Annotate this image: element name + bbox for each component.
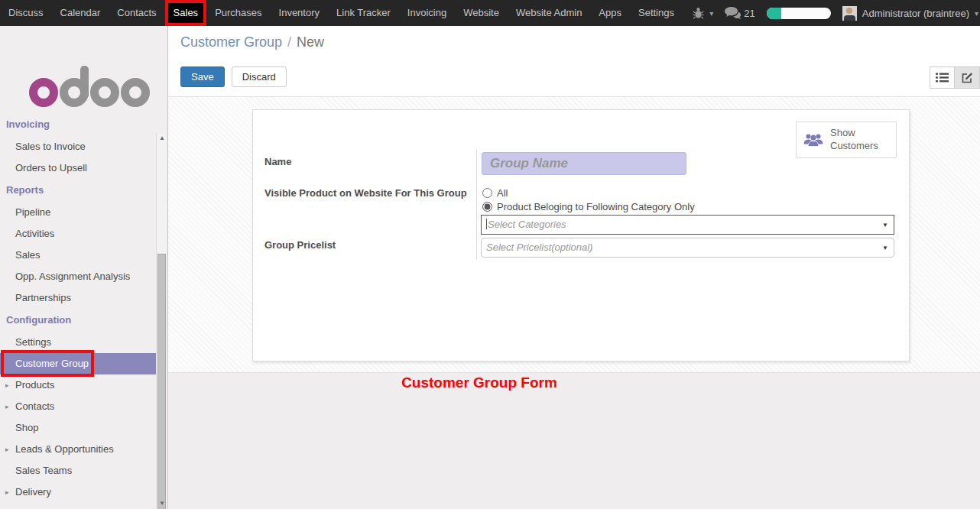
debug-dropdown-caret-icon[interactable]: ▾	[709, 9, 713, 18]
list-view-icon	[936, 73, 949, 83]
view-switcher	[930, 66, 980, 89]
sidebar-item-leads-opportunities[interactable]: ▸Leads & Opportunities	[0, 439, 157, 460]
group-people-icon	[803, 132, 824, 148]
breadcrumb: Customer Group/New	[180, 34, 324, 50]
select-pricelist-dropdown[interactable]: Select Pricelist(optional) ▼	[481, 238, 894, 258]
user-avatar[interactable]	[842, 6, 857, 21]
text-cursor	[486, 219, 487, 229]
sidebar-item-customer-group[interactable]: Customer Group	[0, 353, 157, 374]
name-field-label: Name	[264, 156, 291, 167]
sidebar-item-customer-group-label: Customer Group	[15, 358, 89, 369]
list-view-button[interactable]	[930, 66, 955, 89]
bug-icon[interactable]	[693, 7, 704, 19]
select-pricelist-placeholder: Select Pricelist(optional)	[486, 242, 592, 253]
sidebar-section-reports: Reports	[0, 179, 167, 202]
topbar-menu-website-admin[interactable]: Website Admin	[508, 0, 590, 26]
scroll-up-icon[interactable]: ▲	[157, 135, 167, 141]
messages-count-badge[interactable]: 21	[744, 8, 754, 19]
sidebar-menu: Invoicing Sales to Invoice Orders to Ups…	[0, 113, 167, 503]
sidebar-item-activities[interactable]: Activities	[0, 223, 157, 245]
progress-fill	[767, 8, 781, 19]
scroll-down-icon[interactable]: ▼	[157, 500, 167, 507]
top-navigation-bar: Discuss Calendar Contacts Sales Purchase…	[0, 0, 980, 26]
radio-option-category-only[interactable]: Product Beloging to Following Category O…	[482, 201, 695, 212]
radio-category-only-input[interactable]	[482, 202, 492, 212]
radio-all-label: All	[497, 187, 508, 199]
group-name-input[interactable]	[482, 152, 686, 175]
form-view-button[interactable]	[955, 66, 980, 89]
topbar-menu-calendar[interactable]: Calendar	[52, 0, 109, 26]
radio-all-input[interactable]	[482, 188, 492, 198]
sidebar-item-shop[interactable]: Shop	[0, 417, 157, 439]
show-customers-label: Show Customers	[830, 127, 890, 153]
bottom-region: Customer Group Form	[168, 372, 980, 509]
logo-letter-d	[60, 78, 89, 107]
topbar-menu-contacts[interactable]: Contacts	[109, 0, 164, 26]
save-button[interactable]: Save	[180, 66, 225, 87]
dropdown-caret-icon: ▼	[882, 216, 888, 234]
dropdown-caret-icon: ▼	[882, 238, 888, 257]
logo-ring-magenta	[29, 78, 58, 107]
topbar-menu-purchases[interactable]: Purchases	[206, 0, 270, 26]
breadcrumb-customer-group-link[interactable]: Customer Group	[180, 34, 282, 50]
progress-pill[interactable]	[767, 8, 831, 19]
topbar-menu-sales[interactable]: Sales	[165, 0, 207, 26]
user-menu-caret-icon: ▾	[975, 9, 978, 18]
breadcrumb-separator: /	[287, 34, 291, 50]
chat-bubbles-icon[interactable]	[725, 7, 741, 19]
show-customers-button[interactable]: Show Customers	[796, 122, 897, 158]
control-panel: Customer Group/New Save Discard	[168, 26, 980, 97]
topbar-menu-sales-label: Sales	[174, 7, 199, 18]
sidebar-item-pipeline[interactable]: Pipeline	[0, 202, 157, 223]
select-categories-placeholder: Select Categories	[488, 219, 566, 230]
select-categories-dropdown[interactable]: Select Categories ▼	[481, 215, 894, 235]
sidebar-scrollbar[interactable]: ▲ ▼	[156, 133, 167, 509]
group-pricelist-field-label: Group Pricelist	[264, 239, 336, 251]
annotation-caption: Customer Group Form	[401, 374, 557, 391]
customer-group-form: Show Customers Name Visible Product on W…	[252, 109, 910, 361]
radio-category-only-label: Product Beloging to Following Category O…	[497, 201, 695, 212]
discard-button[interactable]: Discard	[232, 66, 287, 87]
edit-form-icon	[961, 72, 973, 84]
sidebar-section-configuration: Configuration	[0, 309, 167, 332]
form-action-buttons: Save Discard	[180, 66, 287, 87]
topbar-menu-link-tracker[interactable]: Link Tracker	[328, 0, 399, 26]
topbar-menu-discuss[interactable]: Discuss	[0, 0, 52, 26]
sidebar-scrollbar-thumb[interactable]	[157, 254, 166, 509]
chevron-right-icon: ▸	[5, 481, 9, 503]
chevron-right-icon: ▸	[5, 439, 9, 460]
sidebar-item-products[interactable]: ▸Products	[0, 374, 157, 396]
sidebar-section-invoicing: Invoicing	[0, 113, 167, 136]
form-column-divider	[476, 150, 477, 260]
odoo-app-window: Discuss Calendar Contacts Sales Purchase…	[0, 0, 980, 509]
sidebar-item-opp-assignment-analysis[interactable]: Opp. Assignment Analysis	[0, 266, 157, 287]
topbar-menu-invoicing[interactable]: Invoicing	[399, 0, 455, 26]
sidebar-item-partnerships[interactable]: Partnerships	[0, 287, 157, 309]
logo-ring-gray-2	[121, 78, 150, 107]
chevron-right-icon: ▸	[5, 396, 9, 417]
sidebar-item-sales[interactable]: Sales	[0, 245, 157, 266]
visible-product-field-label: Visible Product on Website For This Grou…	[264, 187, 475, 199]
topbar-systray: ▾ 21 Administrator (braintree) ▾	[693, 0, 980, 26]
odoo-logo[interactable]	[0, 26, 167, 107]
breadcrumb-current: New	[297, 34, 324, 50]
sidebar-item-contacts[interactable]: ▸Contacts	[0, 396, 157, 417]
sidebar-item-sales-to-invoice[interactable]: Sales to Invoice	[0, 136, 157, 157]
chevron-right-icon: ▸	[5, 374, 9, 396]
radio-option-all[interactable]: All	[482, 187, 508, 199]
main-content-area: Show Customers Name Visible Product on W…	[168, 97, 980, 372]
logo-ring-gray-1	[90, 78, 119, 107]
sidebar-item-settings[interactable]: Settings	[0, 332, 157, 353]
app-sidebar: Invoicing Sales to Invoice Orders to Ups…	[0, 26, 168, 509]
user-menu[interactable]: Administrator (braintree)	[862, 8, 969, 19]
sidebar-item-delivery[interactable]: ▸Delivery	[0, 481, 157, 503]
topbar-menu-apps[interactable]: Apps	[590, 0, 630, 26]
sidebar-item-sales-teams[interactable]: Sales Teams	[0, 460, 157, 481]
topbar-menu-website[interactable]: Website	[455, 0, 508, 26]
topbar-menu-settings[interactable]: Settings	[630, 0, 683, 26]
sidebar-item-orders-to-upsell[interactable]: Orders to Upsell	[0, 157, 157, 179]
topbar-menu-inventory[interactable]: Inventory	[271, 0, 328, 26]
